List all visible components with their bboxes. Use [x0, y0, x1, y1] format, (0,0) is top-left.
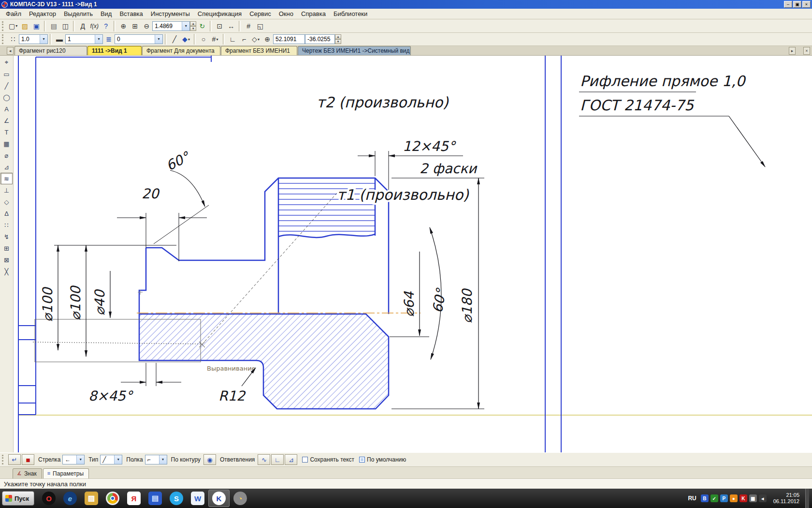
- coord-y-field[interactable]: -36.0255: [305, 34, 335, 44]
- doc-tab-chertezh-bez-imeni1[interactable]: Чертеж БЕЗ ИМЕНИ1 ->Системный вид: [298, 46, 411, 55]
- menu-service[interactable]: Сервис: [246, 9, 275, 18]
- note-line1[interactable]: Рифление прямое 1,0: [580, 73, 746, 90]
- by-default-checkbox[interactable]: [359, 457, 365, 463]
- doc-style-button[interactable]: Д: [77, 20, 88, 31]
- menu-libraries[interactable]: Библиотеки: [330, 9, 371, 18]
- style-line-button[interactable]: ▬: [54, 34, 65, 45]
- menu-window[interactable]: Окно: [275, 9, 297, 18]
- taskbar-word[interactable]: W: [187, 490, 208, 507]
- tool-leader-active[interactable]: ≋: [0, 173, 13, 184]
- label-angle-left[interactable]: 60°: [163, 149, 193, 174]
- tray-icon-check[interactable]: ✓: [710, 494, 718, 502]
- tab-znak[interactable]: ∡ Знак: [13, 468, 42, 478]
- tool-line[interactable]: ╱: [0, 80, 13, 91]
- stop-command-button[interactable]: ■: [22, 454, 34, 465]
- label-chamfer-right[interactable]: 12×45°: [403, 138, 456, 154]
- arrow-style-combo[interactable]: ← ▾: [62, 455, 85, 464]
- context-help-button[interactable]: ?: [100, 20, 112, 31]
- label-d100b[interactable]: ⌀100: [68, 285, 84, 320]
- chevron-down-icon[interactable]: ▾: [40, 35, 47, 44]
- tool-snap-point[interactable]: ◇: [0, 196, 13, 208]
- tool-angle-dim[interactable]: ∠: [0, 115, 13, 126]
- drawing-svg[interactable]: Выравнивание: [14, 56, 812, 452]
- snap-button[interactable]: ◇▾: [250, 34, 261, 45]
- new-document-button[interactable]: ▢▾: [7, 20, 19, 31]
- branch-mode3-button[interactable]: ⊿: [285, 454, 297, 465]
- coord-x-field[interactable]: 52.1091: [273, 34, 305, 44]
- tool-diameter-dim[interactable]: ⌀: [0, 149, 13, 161]
- tool-erase[interactable]: ╳: [0, 266, 13, 277]
- note-line2[interactable]: ГОСТ 21474-75: [580, 97, 695, 114]
- tool-perpendicular[interactable]: ⊥: [0, 184, 13, 196]
- menu-tools[interactable]: Инструменты: [147, 9, 194, 18]
- zoom-spinner[interactable]: ▲▼: [190, 21, 196, 31]
- label-d40[interactable]: ⌀40: [92, 289, 108, 315]
- chevron-down-icon[interactable]: ▾: [95, 35, 102, 44]
- tool-frame[interactable]: ▭: [0, 68, 13, 80]
- print-button[interactable]: ▤: [48, 20, 59, 31]
- minimize-button[interactable]: –: [784, 1, 792, 8]
- create-object-button[interactable]: ↵: [8, 454, 21, 465]
- grid-button[interactable]: #: [243, 20, 254, 31]
- tab-scroll-left[interactable]: ◂: [7, 47, 14, 55]
- propbar-grip[interactable]: [2, 455, 5, 464]
- tray-icon-orange[interactable]: ●: [730, 494, 738, 502]
- tab-close-button[interactable]: ×: [803, 47, 810, 55]
- refresh-button[interactable]: ↻: [196, 20, 208, 31]
- coord-spinner[interactable]: ▲▼: [335, 34, 341, 44]
- step-combo[interactable]: 1 ▾: [65, 34, 103, 44]
- menu-insert[interactable]: Вставка: [116, 9, 146, 18]
- label-r12[interactable]: R12: [218, 388, 246, 404]
- chevron-down-icon[interactable]: ▾: [182, 22, 189, 30]
- taskbar-ie[interactable]: e: [59, 490, 81, 507]
- tool-grid-insert[interactable]: ⊞: [0, 242, 13, 254]
- doc-tab-fragment-bez-imeni1[interactable]: Фрагмент БЕЗ ИМЕНИ1: [221, 46, 297, 55]
- part-lower-section[interactable]: [139, 314, 389, 409]
- tray-icon-display[interactable]: ▦: [749, 494, 757, 502]
- type-combo[interactable]: ╱ ▾: [100, 455, 122, 464]
- taskbar-yandex[interactable]: Я: [123, 490, 145, 507]
- menu-view[interactable]: Вид: [97, 9, 116, 18]
- chevron-down-icon[interactable]: ▾: [76, 455, 84, 464]
- zoom-in-button[interactable]: ⊕: [117, 20, 129, 31]
- pan-button[interactable]: ↔: [225, 20, 237, 31]
- layer-combo[interactable]: 0 ▾: [115, 34, 163, 44]
- zoom-area-button[interactable]: ⊞: [129, 20, 141, 31]
- part-left-face[interactable]: [139, 248, 146, 314]
- fill-button[interactable]: ◆▾: [180, 34, 192, 45]
- tool-symbols[interactable]: T: [0, 126, 13, 138]
- keep-text-checkbox[interactable]: [302, 457, 308, 463]
- branch-mode2-button[interactable]: ∟: [271, 454, 284, 465]
- tool-cursor[interactable]: ⌖: [0, 57, 13, 68]
- taskbar-chrome[interactable]: [102, 490, 123, 507]
- doc-tab-1111-vid1-active[interactable]: 1111 ->Вид 1: [87, 46, 142, 55]
- label-d64[interactable]: ⌀64: [401, 291, 417, 317]
- tool-delta[interactable]: Δ: [0, 208, 13, 219]
- label-2-faski[interactable]: 2 фаски: [420, 161, 478, 177]
- taskbar-paint[interactable]: ◔: [230, 490, 251, 507]
- drawing-canvas[interactable]: Выравнивание: [14, 56, 812, 452]
- label-chamfer-left[interactable]: 8×45°: [88, 388, 133, 404]
- tool-break[interactable]: ↯: [0, 231, 13, 242]
- label-d180[interactable]: ⌀180: [459, 288, 475, 323]
- language-indicator[interactable]: RU: [685, 494, 698, 503]
- label-20[interactable]: 20: [142, 186, 160, 202]
- tool-table[interactable]: ▦: [0, 138, 13, 149]
- pencil-button[interactable]: ╱: [169, 34, 180, 45]
- taskbar-kompas-active[interactable]: K: [208, 490, 230, 507]
- tray-icon-k[interactable]: K: [740, 494, 747, 502]
- menu-specification[interactable]: Спецификация: [194, 9, 246, 18]
- label-d100a[interactable]: ⌀100: [40, 287, 56, 322]
- grid-mode-button[interactable]: #▾: [209, 34, 221, 45]
- corner-button[interactable]: ⌐: [238, 34, 250, 45]
- save-button[interactable]: ▣: [30, 20, 42, 31]
- chevron-down-icon[interactable]: ▾: [155, 35, 162, 44]
- branch-mode1-button[interactable]: ∿: [258, 454, 270, 465]
- knurl-note[interactable]: Рифление прямое 1,0 ГОСТ 21474-75: [579, 73, 765, 167]
- menu-help[interactable]: Справка: [297, 9, 330, 18]
- part-geometry[interactable]: [137, 178, 420, 409]
- menu-file[interactable]: Файл: [2, 9, 25, 18]
- tool-circle[interactable]: ◯: [0, 91, 13, 103]
- tool-fill-region[interactable]: ⊠: [0, 254, 13, 266]
- taskbar-save-tool[interactable]: ▤: [145, 490, 166, 507]
